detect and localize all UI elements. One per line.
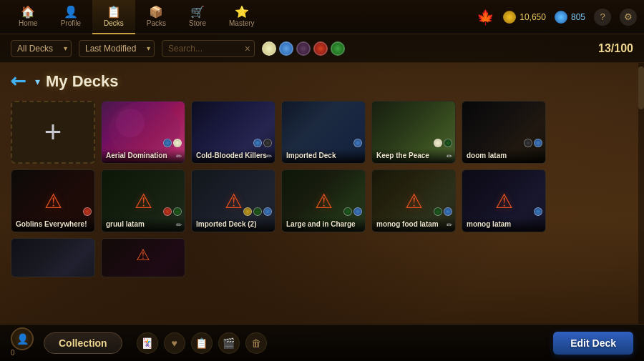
sidebar-item-packs[interactable]: 📦 Packs — [135, 0, 177, 34]
search-wrap: × — [162, 40, 255, 57]
nav-items: 🏠 Home 👤 Profile 📋 Decks 📦 Packs 🛒 Store… — [7, 0, 266, 34]
gold-amount: 10,650 — [519, 12, 546, 22]
deck-name-peace: Keep the Peace — [376, 152, 451, 160]
avatar-wrap: 👤 0 — [11, 327, 34, 358]
color-black-cold — [263, 139, 272, 147]
deck-card-cold[interactable]: Cold-Blooded Killers ✏ — [191, 101, 275, 164]
sidebar-item-store[interactable]: 🛒 Store — [177, 0, 218, 34]
edit-deck-button[interactable]: Edit Deck — [553, 332, 633, 355]
edit-icon-food[interactable]: ✏ — [447, 221, 452, 229]
blue-arrow-icon: ↙ — [5, 68, 31, 94]
deck-filter-wrap: All Decks — [11, 40, 72, 57]
color-white-peace — [434, 139, 442, 147]
search-input[interactable] — [162, 40, 255, 57]
deck-card-food[interactable]: ⚠ monog food latam ✏ — [371, 169, 456, 232]
color-filter-green[interactable] — [331, 41, 345, 56]
warning-icon-food: ⚠ — [405, 189, 423, 213]
bottom-icon-list[interactable]: 📋 — [191, 332, 213, 354]
help-button[interactable]: ? — [594, 9, 611, 26]
warning-icon-goblins: ⚠ — [44, 189, 62, 213]
deck-name-large: Large and in Charge — [286, 220, 361, 229]
deck-card-goblins[interactable]: ⚠ Goblins Everywhere! — [11, 169, 95, 232]
gold-icon — [503, 11, 516, 24]
edit-icon-gruul[interactable]: ✏ — [176, 221, 182, 229]
deck-name-food: monog food latam — [376, 220, 451, 229]
color-green-large — [343, 207, 352, 216]
edit-icon-aerial[interactable]: ✏ — [176, 152, 182, 160]
collection-button[interactable]: Collection — [44, 332, 122, 354]
deck-card-peace[interactable]: Keep the Peace ✏ — [371, 101, 456, 164]
deck-overlay-food: monog food latam — [372, 217, 455, 232]
deck-colors-monog — [534, 207, 542, 216]
bottom-icon-camera[interactable]: 🎬 — [218, 332, 240, 354]
deck-colors-goblins — [83, 207, 92, 216]
section-title: My Decks — [46, 72, 119, 91]
sidebar-item-mastery[interactable]: ⭐ Mastery — [218, 0, 266, 34]
deck-card-aerial[interactable]: Aerial Domination ✏ — [101, 101, 185, 164]
color-blue-doom — [534, 139, 542, 147]
sidebar-item-profile[interactable]: 👤 Profile — [49, 0, 92, 34]
color-filter-white[interactable] — [262, 41, 276, 56]
filter-bar: All Decks Last Modified × 13/100 — [0, 34, 644, 63]
color-filter-blue[interactable] — [279, 41, 293, 56]
color-red-goblins — [83, 207, 92, 216]
packs-icon: 📦 — [149, 6, 163, 18]
settings-button[interactable]: ⚙ — [620, 9, 637, 26]
gems-amount: 805 — [571, 12, 585, 22]
deck-overlay-imported: Imported Deck — [282, 149, 365, 163]
bottom-icon-heart[interactable]: ♥ — [164, 332, 185, 354]
deck-colors-doom — [524, 139, 542, 147]
gem-icon — [555, 11, 567, 24]
home-icon: 🏠 — [21, 6, 35, 18]
deck-filter-select[interactable]: All Decks — [11, 40, 72, 57]
deck-card-partial1[interactable] — [11, 238, 95, 277]
deck-card-monog[interactable]: ⚠ monog latam — [462, 169, 546, 232]
gems-display: 805 — [555, 11, 585, 24]
deck-name-imported2: Imported Deck (2) — [196, 220, 270, 229]
edit-icon-peace[interactable]: ✏ — [447, 152, 452, 160]
scrollbar-track — [638, 63, 644, 324]
bottom-icon-trash[interactable]: 🗑 — [245, 332, 267, 354]
color-filter-red[interactable] — [313, 41, 328, 56]
color-blue-imported — [353, 139, 362, 147]
color-filter-black[interactable] — [296, 41, 311, 56]
gold-display: 10,650 — [503, 11, 546, 24]
deck-overlay-peace: Keep the Peace — [372, 149, 455, 163]
sidebar-item-decks[interactable]: 📋 Decks — [92, 0, 135, 34]
color-green-peace — [444, 139, 452, 147]
deck-colors-imported — [353, 139, 362, 147]
scrollbar-thumb[interactable] — [638, 66, 644, 109]
color-blue-imported2 — [263, 207, 272, 216]
bottom-icon-cards[interactable]: 🃏 — [137, 332, 158, 354]
deck-colors-peace — [434, 139, 452, 147]
store-icon: 🛒 — [190, 6, 205, 18]
search-clear-icon[interactable]: × — [245, 43, 250, 54]
deck-card-partial2[interactable]: ⚠ — [101, 238, 185, 277]
color-blue-large — [353, 207, 362, 216]
deck-colors-gruul — [163, 207, 182, 216]
section-toggle[interactable]: ▾ — [35, 76, 40, 87]
deck-name-imported: Imported Deck — [286, 152, 361, 160]
sort-filter-select[interactable]: Last Modified — [79, 40, 155, 57]
color-filters — [262, 41, 345, 56]
deck-card-imported[interactable]: Imported Deck — [281, 101, 366, 164]
deck-card-imported2[interactable]: ⚠ Imported Deck (2) — [191, 169, 275, 232]
deck-card-doom[interactable]: doom latam — [462, 101, 546, 164]
deck-name-monog: monog latam — [467, 220, 541, 229]
navbar: 🏠 Home 👤 Profile 📋 Decks 📦 Packs 🛒 Store… — [0, 0, 644, 34]
profile-icon: 👤 — [64, 6, 78, 18]
new-deck-button[interactable]: + — [11, 101, 95, 164]
main-content: ↙ ▾ My Decks + Aerial Domination ✏ — [0, 63, 644, 324]
edit-icon-cold[interactable]: ✏ — [266, 152, 272, 160]
sort-filter-wrap: Last Modified — [79, 40, 155, 57]
deck-card-large[interactable]: ⚠ Large and in Charge — [281, 169, 366, 232]
deck-count: 13/100 — [598, 42, 633, 55]
deck-overlay-aerial: Aerial Domination — [102, 149, 185, 163]
deck-overlay-goblins: Goblins Everywhere! — [11, 217, 94, 232]
deck-art-partial1 — [11, 239, 94, 277]
color-red-gruul — [163, 207, 172, 216]
deck-card-gruul[interactable]: ⚠ gruul latam ✏ — [101, 169, 185, 232]
color-green-gruul — [173, 207, 182, 216]
sidebar-item-home[interactable]: 🏠 Home — [7, 0, 49, 34]
deck-overlay-large: Large and in Charge — [282, 217, 365, 232]
